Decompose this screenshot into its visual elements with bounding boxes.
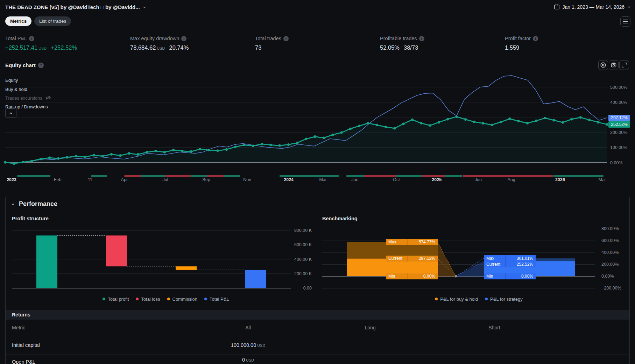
legend-item[interactable]: Total loss <box>136 297 160 302</box>
waterfall-bar-total-profit <box>36 235 57 288</box>
equity-marker <box>562 121 564 123</box>
legend-item[interactable]: Total P&L <box>204 297 229 302</box>
y-axis-label: 600.00% <box>601 238 619 243</box>
legend-label: Total loss <box>141 297 160 302</box>
equity-marker <box>207 149 210 151</box>
equity-marker <box>305 138 307 140</box>
info-icon[interactable]: i <box>29 36 34 41</box>
equity-marker <box>402 122 405 125</box>
x-axis-label: Jun <box>475 177 482 182</box>
trade-duration-bar-loss <box>364 175 396 177</box>
performance-card: Performance Profit structure Benchmarkin… <box>5 196 630 364</box>
performance-header[interactable]: Performance <box>11 200 57 208</box>
equity-marker <box>84 156 86 158</box>
x-axis-label: 2025 <box>432 177 442 182</box>
chevron-up-icon <box>9 112 13 115</box>
layout-rows-button[interactable] <box>620 16 630 27</box>
col-long: Long <box>318 325 423 330</box>
badge-value: 574.77% <box>408 239 438 245</box>
legend-dot <box>136 298 139 300</box>
equity-marker <box>446 118 449 120</box>
legend-label: P&L for strategy <box>490 297 523 302</box>
x-axis-label: Feb <box>54 177 62 182</box>
metric-value: 73 <box>255 44 261 51</box>
badge-value: 0.00% <box>408 273 438 279</box>
legend-item[interactable]: Commission <box>167 297 198 302</box>
equity-marker <box>243 144 245 146</box>
tab-list-of-trades[interactable]: List of trades <box>34 16 71 26</box>
equity-marker <box>163 151 166 154</box>
row-value-all: 100,000.00USD <box>196 342 301 348</box>
equity-marker <box>128 152 130 155</box>
legend-item[interactable]: P&L for strategy <box>485 297 523 302</box>
legend-label: Total profit <box>108 297 129 302</box>
equity-marker <box>296 142 298 144</box>
equity-marker <box>92 154 95 156</box>
price-badge: 297.12% <box>608 115 630 121</box>
legend-item[interactable]: Total profit <box>103 297 129 302</box>
equity-marker <box>429 124 431 127</box>
eye-off-icon <box>45 95 51 100</box>
benchmark-svg: 800.00%600.00%400.00%200.00%0.00%−200.00… <box>322 223 630 293</box>
y-axis-label: 400.00% <box>610 100 627 105</box>
equity-marker <box>22 161 24 163</box>
info-icon[interactable]: i <box>283 36 289 41</box>
x-axis-label: 11 <box>88 177 92 182</box>
y-axis-label: 800.00% <box>601 226 619 231</box>
trade-duration-bar-loss <box>125 175 141 177</box>
equity-marker <box>579 116 582 119</box>
y-axis-label: 500.00% <box>610 85 627 90</box>
equity-marker <box>553 119 555 121</box>
y-axis-label: 600.00 K <box>294 242 312 247</box>
returns-section-header: Returns <box>6 310 629 320</box>
collapse-chart-button[interactable] <box>5 108 16 118</box>
equity-marker <box>491 123 493 126</box>
badge-label: Max <box>386 239 408 245</box>
strategy-title-dropdown[interactable]: THE DEAD ZONE [v5] by @DavidTech □ by @D… <box>5 4 146 10</box>
row-label: Open P&L <box>12 359 35 364</box>
y-axis-label: 0.00 <box>303 286 312 291</box>
metric-unit: USD <box>157 46 165 50</box>
legend-buy-and-hold[interactable]: Buy & hold <box>5 86 27 92</box>
legend-dot <box>167 298 170 300</box>
waterfall-bar-commission <box>176 266 197 270</box>
equity-marker <box>473 121 475 123</box>
date-range-picker[interactable]: Jan 1, 2023 — Mar 14, 2026 <box>554 4 631 10</box>
benchmarking-chart[interactable]: 800.00%600.00%400.00%200.00%0.00%−200.00… <box>322 223 630 293</box>
info-icon[interactable]: i <box>181 36 186 41</box>
badge-buyhold-min: Min0.00% <box>386 273 438 279</box>
tabs-row: Metrics List of trades <box>0 15 635 29</box>
legend-item[interactable]: P&L for buy & hold <box>435 297 478 302</box>
equity-marker <box>544 117 546 119</box>
legend-label: P&L for buy & hold <box>440 297 478 302</box>
equity-marker <box>101 155 104 157</box>
equity-marker <box>464 118 467 121</box>
rows-icon <box>623 19 628 24</box>
metric-max-drawdown: Max equity drawdowni 78,684.62 USD 20.74… <box>130 35 255 53</box>
row-label: Initial capital <box>12 342 40 348</box>
profit-structure-chart[interactable]: 800.00 K600.00 K400.00 K200.00 K0.00 <box>12 223 320 293</box>
info-icon[interactable]: i <box>533 36 538 41</box>
equity-marker <box>393 127 396 129</box>
tab-metrics[interactable]: Metrics <box>5 16 31 26</box>
badge-strategy-current: Current252.52% <box>484 261 536 267</box>
legend-trades-excursions[interactable]: Trades excursions <box>5 95 51 101</box>
metric-label: Max equity drawdown <box>130 36 179 41</box>
metric-value: 52.05% <box>380 44 400 51</box>
returns-title: Returns <box>12 312 30 317</box>
equity-marker <box>216 149 219 152</box>
info-icon[interactable]: i <box>419 36 424 41</box>
equity-chart-plot[interactable]: 500.00%400.00%200.00%100.00%0.00%2023Feb… <box>0 59 635 187</box>
chevron-down-icon <box>627 5 631 9</box>
x-axis-label: Apr <box>121 177 128 182</box>
equity-marker <box>438 121 440 123</box>
benchmarking-title: Benchmarking <box>322 216 358 221</box>
equity-marker <box>269 144 272 146</box>
equity-marker <box>535 120 537 122</box>
y-axis-label: −200.00% <box>601 286 621 291</box>
trade-duration-bar-loss <box>422 175 445 177</box>
legend-equity[interactable]: Equity <box>5 77 18 83</box>
equity-marker <box>367 122 369 124</box>
equity-marker <box>4 161 6 164</box>
equity-marker <box>314 135 316 138</box>
